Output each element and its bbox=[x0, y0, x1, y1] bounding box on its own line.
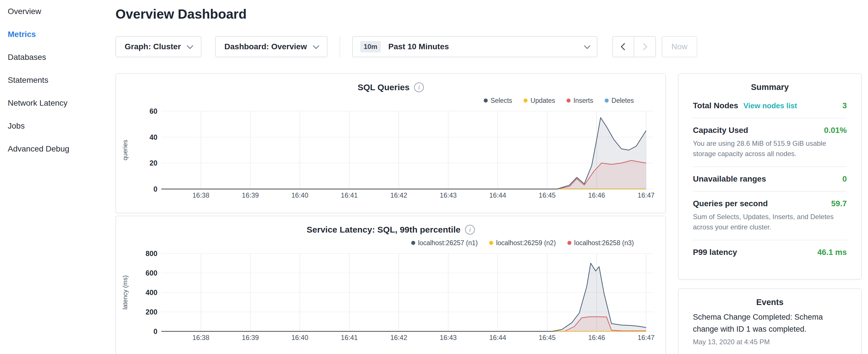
time-back-button[interactable] bbox=[612, 36, 634, 57]
svg-text:16:42: 16:42 bbox=[390, 191, 407, 199]
view-nodes-list-link[interactable]: View nodes list bbox=[743, 101, 797, 110]
legend-item: localhost:26257 (n1) bbox=[411, 239, 478, 247]
sidebar-item-advanced-debug[interactable]: Advanced Debug bbox=[0, 137, 116, 160]
chart-title: SQL Queries bbox=[358, 83, 409, 92]
toolbar-divider bbox=[340, 36, 340, 57]
now-button[interactable]: Now bbox=[662, 36, 697, 57]
graph-dropdown[interactable]: Graph: Cluster bbox=[116, 36, 202, 57]
svg-text:16:46: 16:46 bbox=[588, 191, 605, 199]
legend-item: Selects bbox=[484, 97, 512, 104]
summary-row-queries-per-second: Queries per second 59.7 Sum of Selects, … bbox=[693, 191, 847, 240]
chevron-down-icon bbox=[313, 43, 319, 49]
legend-dot-icon bbox=[489, 241, 493, 245]
sidebar-item-databases[interactable]: Databases bbox=[0, 46, 116, 69]
svg-text:400: 400 bbox=[146, 289, 157, 296]
sidebar-item-statements[interactable]: Statements bbox=[0, 69, 116, 92]
svg-text:16:38: 16:38 bbox=[192, 334, 209, 342]
legend-item: localhost:26259 (n2) bbox=[489, 239, 556, 247]
chevron-left-icon bbox=[621, 43, 628, 50]
svg-text:16:40: 16:40 bbox=[291, 191, 308, 199]
svg-text:16:47: 16:47 bbox=[638, 334, 654, 342]
legend-item: Inserts bbox=[566, 97, 593, 104]
legend-dot-icon bbox=[566, 99, 570, 102]
main-content: Overview Dashboard Graph: Cluster Dashbo… bbox=[116, 0, 868, 354]
summary-row-value: 46.1 ms bbox=[817, 248, 847, 257]
summary-row-capacity-used: Capacity Used 0.01% You are using 28.6 M… bbox=[693, 118, 847, 166]
summary-row-description: Sum of Selects, Updates, Inserts, and De… bbox=[693, 212, 847, 232]
chart-title: Service Latency: SQL, 99th percentile bbox=[307, 225, 461, 234]
svg-text:600: 600 bbox=[146, 269, 157, 277]
event-timestamp: May 13, 2020 at 4:45 PM bbox=[693, 338, 847, 346]
svg-text:16:44: 16:44 bbox=[489, 334, 506, 342]
sidebar-item-jobs[interactable]: Jobs bbox=[0, 115, 116, 137]
dashboard-dropdown[interactable]: Dashboard: Overview bbox=[215, 36, 328, 57]
svg-text:60: 60 bbox=[150, 108, 157, 115]
summary-row-total-nodes: Total Nodes View nodes list 3 bbox=[693, 94, 847, 118]
info-icon[interactable]: i bbox=[465, 225, 475, 234]
chevron-right-icon bbox=[640, 43, 647, 50]
summary-panel: Summary Total Nodes View nodes list 3 Ca… bbox=[678, 73, 862, 280]
svg-text:16:39: 16:39 bbox=[242, 334, 259, 342]
svg-text:16:38: 16:38 bbox=[192, 191, 209, 199]
legend-dot-icon bbox=[524, 99, 528, 102]
summary-row-label: Capacity Used bbox=[693, 126, 748, 135]
svg-text:0: 0 bbox=[153, 328, 157, 335]
svg-text:16:47: 16:47 bbox=[638, 191, 654, 199]
right-sidebar: Summary Total Nodes View nodes list 3 Ca… bbox=[678, 73, 862, 354]
svg-text:40: 40 bbox=[150, 133, 157, 141]
legend-dot-icon bbox=[411, 241, 415, 245]
time-range-label: Past 10 Minutes bbox=[388, 42, 449, 51]
svg-text:16:42: 16:42 bbox=[390, 334, 407, 342]
svg-text:16:43: 16:43 bbox=[440, 334, 457, 342]
chart-legend: localhost:26257 (n1)localhost:26259 (n2)… bbox=[116, 234, 665, 247]
svg-text:16:45: 16:45 bbox=[539, 334, 556, 342]
summary-row-value: 59.7 bbox=[831, 199, 847, 208]
svg-text:800: 800 bbox=[146, 250, 157, 257]
summary-row-label: Total Nodes bbox=[693, 101, 738, 110]
summary-row-label: Unavailable ranges bbox=[693, 174, 766, 184]
toolbar: Graph: Cluster Dashboard: Overview 10m P… bbox=[116, 36, 862, 57]
svg-text:0: 0 bbox=[153, 185, 157, 193]
svg-text:20: 20 bbox=[150, 159, 157, 167]
summary-row-value: 0 bbox=[842, 174, 847, 184]
page-title: Overview Dashboard bbox=[116, 6, 862, 22]
legend-item: localhost:26258 (n3) bbox=[567, 239, 634, 247]
svg-text:16:46: 16:46 bbox=[588, 334, 605, 342]
time-range-badge: 10m bbox=[360, 41, 381, 53]
legend-dot-icon bbox=[604, 99, 609, 102]
event-item[interactable]: Schema Change Completed: Schema change w… bbox=[693, 311, 847, 346]
sidebar-item-metrics[interactable]: Metrics bbox=[0, 23, 116, 46]
svg-text:200: 200 bbox=[146, 308, 157, 316]
event-text: Schema Change Completed: Schema change w… bbox=[693, 311, 847, 335]
sql-queries-chart[interactable]: 020406016:3816:3916:4016:4116:4216:4316:… bbox=[116, 108, 665, 202]
legend-dot-icon bbox=[567, 241, 571, 245]
sql-queries-chart-card: SQL Queries i SelectsUpdatesInsertsDelet… bbox=[116, 73, 666, 213]
svg-text:16:41: 16:41 bbox=[341, 191, 358, 199]
legend-dot-icon bbox=[484, 99, 488, 102]
chevron-down-icon bbox=[584, 43, 591, 49]
summary-row-value: 0.01% bbox=[824, 126, 847, 135]
service-latency-chart[interactable]: 020040060080016:3816:3916:4016:4116:4216… bbox=[116, 250, 665, 345]
info-icon[interactable]: i bbox=[414, 83, 424, 92]
svg-text:16:44: 16:44 bbox=[489, 191, 506, 199]
svg-text:queries: queries bbox=[122, 140, 129, 160]
time-range-picker[interactable]: 10m Past 10 Minutes bbox=[352, 36, 597, 57]
svg-text:16:39: 16:39 bbox=[242, 191, 259, 199]
svg-text:latency (ms): latency (ms) bbox=[122, 275, 129, 310]
sidebar-item-network-latency[interactable]: Network Latency bbox=[0, 92, 116, 115]
time-forward-button[interactable] bbox=[634, 36, 656, 57]
events-panel: Events Schema Change Completed: Schema c… bbox=[678, 288, 862, 354]
dashboard-dropdown-label: Dashboard: Overview bbox=[224, 42, 307, 51]
sidebar-item-overview[interactable]: Overview bbox=[0, 0, 116, 23]
svg-text:16:40: 16:40 bbox=[291, 334, 308, 342]
events-title: Events bbox=[693, 297, 847, 307]
summary-row-description: You are using 28.6 MiB of 515.9 GiB usab… bbox=[693, 138, 847, 159]
svg-text:16:45: 16:45 bbox=[539, 191, 556, 199]
graph-dropdown-label: Graph: Cluster bbox=[125, 42, 181, 51]
legend-item: Deletes bbox=[604, 97, 634, 104]
chevron-down-icon bbox=[187, 43, 193, 49]
summary-row-value: 3 bbox=[842, 101, 847, 110]
legend-item: Updates bbox=[524, 97, 555, 104]
time-pager bbox=[612, 36, 656, 57]
summary-row-unavailable-ranges: Unavailable ranges 0 bbox=[693, 166, 847, 191]
